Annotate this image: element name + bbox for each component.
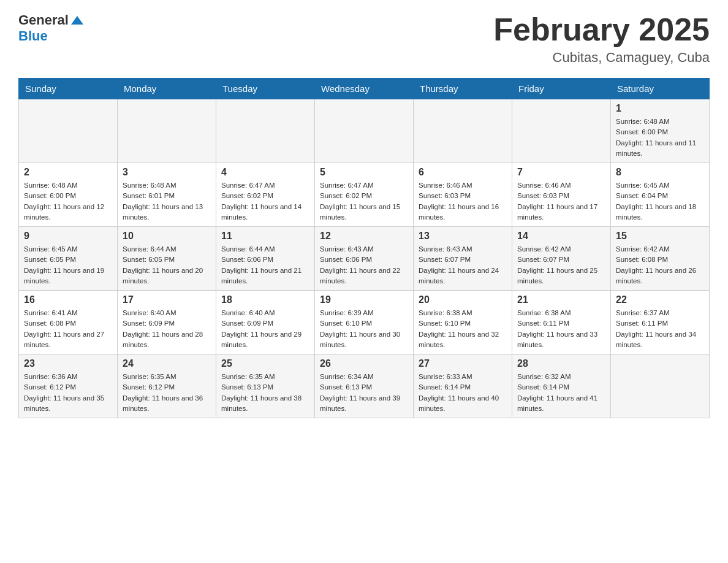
calendar-cell <box>611 354 710 418</box>
day-info: Sunrise: 6:32 AM Sunset: 6:14 PM Dayligh… <box>517 372 605 414</box>
calendar-title: February 2025 <box>493 12 710 47</box>
day-number: 15 <box>616 231 704 242</box>
calendar-cell: 22Sunrise: 6:37 AM Sunset: 6:11 PM Dayli… <box>611 291 710 354</box>
day-number: 13 <box>419 231 507 242</box>
calendar-cell: 11Sunrise: 6:44 AM Sunset: 6:06 PM Dayli… <box>216 227 315 291</box>
calendar-cell: 4Sunrise: 6:47 AM Sunset: 6:02 PM Daylig… <box>216 163 315 227</box>
calendar-cell: 14Sunrise: 6:42 AM Sunset: 6:07 PM Dayli… <box>512 227 611 291</box>
day-number: 2 <box>24 167 112 178</box>
day-info: Sunrise: 6:47 AM Sunset: 6:02 PM Dayligh… <box>221 180 309 223</box>
day-number: 24 <box>123 358 211 369</box>
day-number: 11 <box>221 231 309 242</box>
day-info: Sunrise: 6:33 AM Sunset: 6:14 PM Dayligh… <box>419 372 507 414</box>
logo: General Blue <box>18 12 83 44</box>
calendar-cell: 3Sunrise: 6:48 AM Sunset: 6:01 PM Daylig… <box>118 163 216 227</box>
calendar-cell <box>19 99 118 163</box>
calendar-cell: 12Sunrise: 6:43 AM Sunset: 6:06 PM Dayli… <box>315 227 414 291</box>
day-info: Sunrise: 6:47 AM Sunset: 6:02 PM Dayligh… <box>320 180 408 223</box>
day-info: Sunrise: 6:42 AM Sunset: 6:08 PM Dayligh… <box>616 244 704 286</box>
calendar-cell: 16Sunrise: 6:41 AM Sunset: 6:08 PM Dayli… <box>19 291 118 354</box>
logo-blue: Blue <box>18 28 83 44</box>
day-info: Sunrise: 6:39 AM Sunset: 6:10 PM Dayligh… <box>320 308 408 350</box>
day-number: 14 <box>517 231 605 242</box>
day-info: Sunrise: 6:40 AM Sunset: 6:09 PM Dayligh… <box>123 308 211 350</box>
day-info: Sunrise: 6:38 AM Sunset: 6:10 PM Dayligh… <box>419 308 507 350</box>
day-number: 8 <box>616 167 704 178</box>
calendar-cell <box>414 99 512 163</box>
day-info: Sunrise: 6:38 AM Sunset: 6:11 PM Dayligh… <box>517 308 605 350</box>
logo-general: General <box>18 12 69 28</box>
day-info: Sunrise: 6:46 AM Sunset: 6:03 PM Dayligh… <box>517 180 605 223</box>
day-number: 27 <box>419 358 507 369</box>
calendar-week-row: 16Sunrise: 6:41 AM Sunset: 6:08 PM Dayli… <box>19 291 710 354</box>
day-info: Sunrise: 6:35 AM Sunset: 6:12 PM Dayligh… <box>123 372 211 414</box>
calendar-cell: 2Sunrise: 6:48 AM Sunset: 6:00 PM Daylig… <box>19 163 118 227</box>
weekday-header-sunday: Sunday <box>19 79 118 99</box>
calendar-cell <box>216 99 315 163</box>
day-number: 5 <box>320 167 408 178</box>
calendar-week-row: 23Sunrise: 6:36 AM Sunset: 6:12 PM Dayli… <box>19 354 710 418</box>
calendar-cell: 19Sunrise: 6:39 AM Sunset: 6:10 PM Dayli… <box>315 291 414 354</box>
day-number: 22 <box>616 294 704 305</box>
day-info: Sunrise: 6:45 AM Sunset: 6:05 PM Dayligh… <box>24 244 112 286</box>
logo-triangle-icon <box>71 16 83 25</box>
day-number: 23 <box>24 358 112 369</box>
day-info: Sunrise: 6:43 AM Sunset: 6:06 PM Dayligh… <box>320 244 408 286</box>
calendar-cell: 10Sunrise: 6:44 AM Sunset: 6:05 PM Dayli… <box>118 227 216 291</box>
calendar-cell: 6Sunrise: 6:46 AM Sunset: 6:03 PM Daylig… <box>414 163 512 227</box>
calendar-cell: 18Sunrise: 6:40 AM Sunset: 6:09 PM Dayli… <box>216 291 315 354</box>
day-info: Sunrise: 6:44 AM Sunset: 6:06 PM Dayligh… <box>221 244 309 286</box>
day-info: Sunrise: 6:34 AM Sunset: 6:13 PM Dayligh… <box>320 372 408 414</box>
calendar-cell: 5Sunrise: 6:47 AM Sunset: 6:02 PM Daylig… <box>315 163 414 227</box>
page-header: General Blue February 2025 Cubitas, Cama… <box>18 12 710 66</box>
title-section: February 2025 Cubitas, Camaguey, Cuba <box>493 12 710 66</box>
calendar-cell: 27Sunrise: 6:33 AM Sunset: 6:14 PM Dayli… <box>414 354 512 418</box>
day-number: 21 <box>517 294 605 305</box>
calendar-cell: 20Sunrise: 6:38 AM Sunset: 6:10 PM Dayli… <box>414 291 512 354</box>
day-number: 6 <box>419 167 507 178</box>
day-number: 12 <box>320 231 408 242</box>
weekday-header-tuesday: Tuesday <box>216 79 315 99</box>
day-number: 19 <box>320 294 408 305</box>
calendar-cell: 8Sunrise: 6:45 AM Sunset: 6:04 PM Daylig… <box>611 163 710 227</box>
weekday-header-saturday: Saturday <box>611 79 710 99</box>
calendar-cell: 25Sunrise: 6:35 AM Sunset: 6:13 PM Dayli… <box>216 354 315 418</box>
weekday-header-row: SundayMondayTuesdayWednesdayThursdayFrid… <box>19 79 710 99</box>
day-number: 26 <box>320 358 408 369</box>
day-number: 28 <box>517 358 605 369</box>
day-info: Sunrise: 6:44 AM Sunset: 6:05 PM Dayligh… <box>123 244 211 286</box>
day-info: Sunrise: 6:40 AM Sunset: 6:09 PM Dayligh… <box>221 308 309 350</box>
calendar-cell: 23Sunrise: 6:36 AM Sunset: 6:12 PM Dayli… <box>19 354 118 418</box>
calendar-cell: 15Sunrise: 6:42 AM Sunset: 6:08 PM Dayli… <box>611 227 710 291</box>
calendar-cell: 21Sunrise: 6:38 AM Sunset: 6:11 PM Dayli… <box>512 291 611 354</box>
weekday-header-monday: Monday <box>118 79 216 99</box>
day-info: Sunrise: 6:41 AM Sunset: 6:08 PM Dayligh… <box>24 308 112 350</box>
day-number: 10 <box>123 231 211 242</box>
weekday-header-friday: Friday <box>512 79 611 99</box>
day-number: 1 <box>616 103 704 114</box>
calendar-cell: 9Sunrise: 6:45 AM Sunset: 6:05 PM Daylig… <box>19 227 118 291</box>
day-number: 16 <box>24 294 112 305</box>
calendar-cell <box>118 99 216 163</box>
day-number: 18 <box>221 294 309 305</box>
day-number: 3 <box>123 167 211 178</box>
calendar-cell <box>315 99 414 163</box>
day-number: 25 <box>221 358 309 369</box>
calendar-subtitle: Cubitas, Camaguey, Cuba <box>493 50 710 66</box>
day-info: Sunrise: 6:43 AM Sunset: 6:07 PM Dayligh… <box>419 244 507 286</box>
calendar-cell: 1Sunrise: 6:48 AM Sunset: 6:00 PM Daylig… <box>611 99 710 163</box>
weekday-header-thursday: Thursday <box>414 79 512 99</box>
calendar-cell: 13Sunrise: 6:43 AM Sunset: 6:07 PM Dayli… <box>414 227 512 291</box>
calendar-cell: 7Sunrise: 6:46 AM Sunset: 6:03 PM Daylig… <box>512 163 611 227</box>
calendar-week-row: 1Sunrise: 6:48 AM Sunset: 6:00 PM Daylig… <box>19 99 710 163</box>
day-info: Sunrise: 6:42 AM Sunset: 6:07 PM Dayligh… <box>517 244 605 286</box>
weekday-header-wednesday: Wednesday <box>315 79 414 99</box>
calendar-table: SundayMondayTuesdayWednesdayThursdayFrid… <box>18 78 710 418</box>
day-info: Sunrise: 6:48 AM Sunset: 6:01 PM Dayligh… <box>123 180 211 223</box>
calendar-cell: 26Sunrise: 6:34 AM Sunset: 6:13 PM Dayli… <box>315 354 414 418</box>
calendar-week-row: 2Sunrise: 6:48 AM Sunset: 6:00 PM Daylig… <box>19 163 710 227</box>
calendar-cell <box>512 99 611 163</box>
day-number: 4 <box>221 167 309 178</box>
day-number: 7 <box>517 167 605 178</box>
calendar-cell: 28Sunrise: 6:32 AM Sunset: 6:14 PM Dayli… <box>512 354 611 418</box>
